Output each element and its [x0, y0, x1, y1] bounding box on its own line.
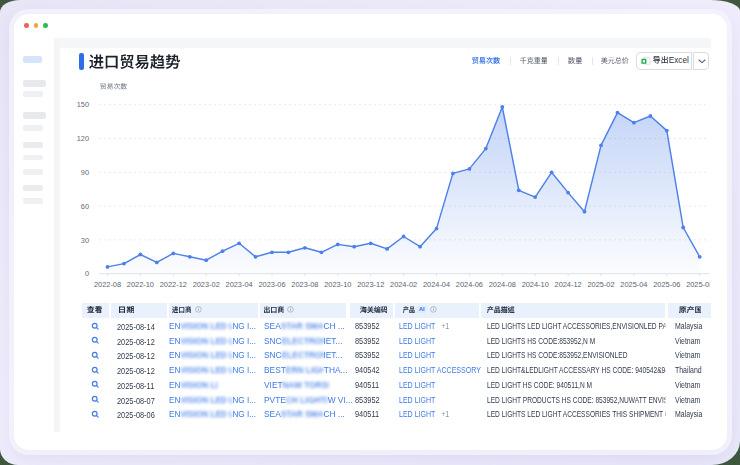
svg-text:2023-12: 2023-12: [357, 280, 384, 289]
svg-text:2023-10: 2023-10: [324, 280, 351, 289]
svg-text:2023-08: 2023-08: [291, 280, 318, 289]
svg-text:60: 60: [81, 202, 89, 211]
svg-text:2024-02: 2024-02: [390, 280, 417, 289]
svg-text:0: 0: [85, 269, 89, 278]
svg-text:2022-08: 2022-08: [94, 280, 121, 289]
svg-text:90: 90: [81, 168, 89, 177]
svg-text:120: 120: [77, 134, 89, 143]
svg-text:2024-10: 2024-10: [522, 280, 549, 289]
svg-text:2023-02: 2023-02: [193, 280, 220, 289]
svg-text:2024-12: 2024-12: [555, 280, 582, 289]
svg-text:150: 150: [77, 100, 89, 109]
svg-text:2023-06: 2023-06: [258, 280, 285, 289]
svg-text:2023-04: 2023-04: [226, 280, 253, 289]
svg-text:30: 30: [81, 236, 89, 245]
svg-text:2024-06: 2024-06: [456, 280, 483, 289]
svg-text:2025-06: 2025-06: [653, 280, 680, 289]
svg-text:2024-08: 2024-08: [489, 280, 516, 289]
svg-text:2022-10: 2022-10: [127, 280, 154, 289]
svg-text:2025-04: 2025-04: [620, 280, 647, 289]
svg-text:2022-12: 2022-12: [160, 280, 187, 289]
svg-text:2025-08: 2025-08: [686, 280, 709, 289]
svg-text:2024-04: 2024-04: [423, 280, 450, 289]
svg-text:2025-02: 2025-02: [587, 280, 614, 289]
